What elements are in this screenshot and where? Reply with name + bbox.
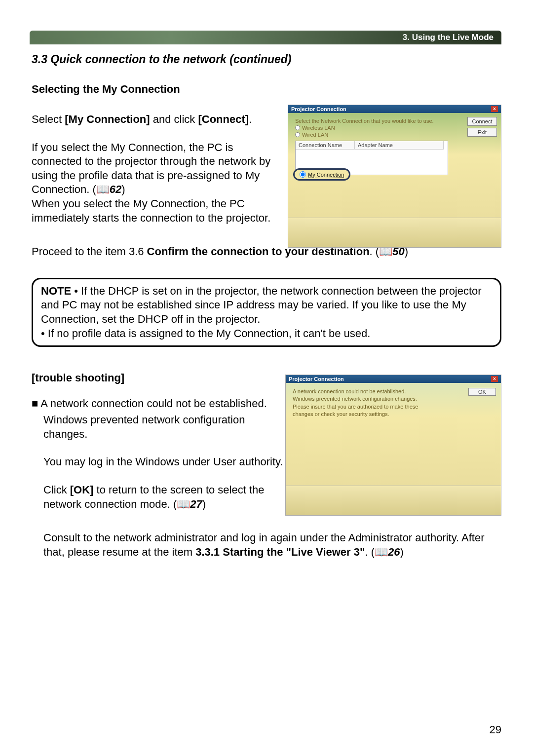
radio-icon[interactable] bbox=[295, 125, 300, 130]
starting-live-viewer-label: 3.3.1 Starting the "Live Viewer 3" bbox=[195, 546, 365, 558]
text-segment: and click bbox=[150, 113, 198, 125]
text-segment: ) bbox=[400, 546, 403, 558]
ok-button[interactable]: OK bbox=[468, 388, 496, 396]
close-icon[interactable]: × bbox=[491, 106, 498, 112]
page-content: 3.3 Quick connection to the network (con… bbox=[32, 53, 501, 559]
wired-lan-radio[interactable]: Wired LAN bbox=[295, 132, 494, 138]
my-connection-radio-label: My Connection bbox=[308, 172, 344, 178]
dialog-title: Projector Connection bbox=[289, 376, 344, 382]
dialog-statusbar bbox=[286, 486, 501, 515]
connect-button[interactable]: Connect bbox=[467, 117, 497, 126]
exit-button[interactable]: Exit bbox=[467, 128, 497, 137]
dialog-statusbar bbox=[288, 218, 501, 247]
trouble-p4: Consult to the network administrator and… bbox=[43, 531, 501, 559]
book-icon: 📖 bbox=[375, 546, 388, 558]
dialog-title: Projector Connection bbox=[291, 106, 346, 112]
ok-label: [OK] bbox=[70, 484, 94, 496]
radio-icon[interactable] bbox=[300, 171, 306, 178]
dialog-instruction: Select the Network Connection that you w… bbox=[295, 118, 494, 124]
text-segment: . ( bbox=[365, 546, 375, 558]
projector-connection-dialog: Projector Connection × Select the Networ… bbox=[288, 105, 501, 248]
error-dialog: Projector Connection × A network connect… bbox=[285, 375, 501, 516]
chapter-title: 3. Using the Live Mode bbox=[403, 33, 494, 42]
section-title: 3.3 Quick connection to the network (con… bbox=[32, 53, 501, 66]
text-segment: When you select the My Connection, the P… bbox=[32, 197, 270, 224]
note-bullet-1: • If the DHCP is set on in the projector… bbox=[41, 285, 482, 325]
subsection-title: Selecting the My Connection bbox=[32, 83, 501, 96]
text-segment: If you select the My Connection, the PC … bbox=[32, 141, 270, 196]
col-adapter-name: Adapter Name bbox=[355, 141, 444, 150]
close-icon[interactable]: × bbox=[491, 376, 498, 382]
text-segment: ) bbox=[121, 183, 125, 195]
description-paragraph: If you select the My Connection, the PC … bbox=[32, 141, 276, 226]
trouble-p1: Windows prevented network configuration … bbox=[43, 413, 288, 441]
connect-label: [Connect] bbox=[198, 113, 249, 125]
page-ref: 62 bbox=[110, 183, 121, 195]
radio-label: Wireless LAN bbox=[302, 125, 335, 131]
error-line-1: A network connection could not be establ… bbox=[293, 388, 494, 395]
text-segment: Click bbox=[43, 484, 70, 496]
book-icon: 📖 bbox=[177, 498, 190, 510]
error-line-3: Please insure that you are authorized to… bbox=[293, 403, 494, 411]
dialog-titlebar: Projector Connection × bbox=[288, 105, 501, 113]
radio-label: Wired LAN bbox=[302, 132, 328, 138]
book-icon: 📖 bbox=[96, 183, 110, 195]
note-label: NOTE bbox=[41, 285, 71, 297]
error-line-2: Windows prevented network configuration … bbox=[293, 395, 494, 403]
wireless-lan-radio[interactable]: Wireless LAN bbox=[295, 125, 494, 131]
my-connection-label: [My Connection] bbox=[65, 113, 150, 125]
text-segment: ) bbox=[202, 498, 206, 510]
note-box: NOTE • If the DHCP is set on in the proj… bbox=[32, 278, 501, 347]
page-ref: 26 bbox=[388, 546, 400, 558]
radio-icon[interactable] bbox=[295, 132, 300, 137]
text-segment: . bbox=[249, 113, 252, 125]
header-bar: 3. Using the Live Mode bbox=[30, 31, 501, 44]
page-number: 29 bbox=[490, 723, 501, 736]
my-connection-highlight: My Connection bbox=[293, 168, 350, 181]
dialog-titlebar: Projector Connection × bbox=[286, 375, 501, 383]
note-bullet-2: • If no profile data is assigned to the … bbox=[41, 327, 370, 340]
text-segment: Proceed to the item 3.6 bbox=[32, 245, 147, 258]
trouble-p2: You may log in the Windows under User au… bbox=[43, 455, 288, 469]
page-ref: 27 bbox=[190, 498, 202, 510]
trouble-p3: Click [OK] to return to the screen to se… bbox=[43, 483, 288, 511]
error-line-4: changes or check your security settings. bbox=[293, 411, 494, 418]
text-segment: Select bbox=[32, 113, 65, 125]
col-connection-name: Connection Name bbox=[296, 141, 355, 150]
